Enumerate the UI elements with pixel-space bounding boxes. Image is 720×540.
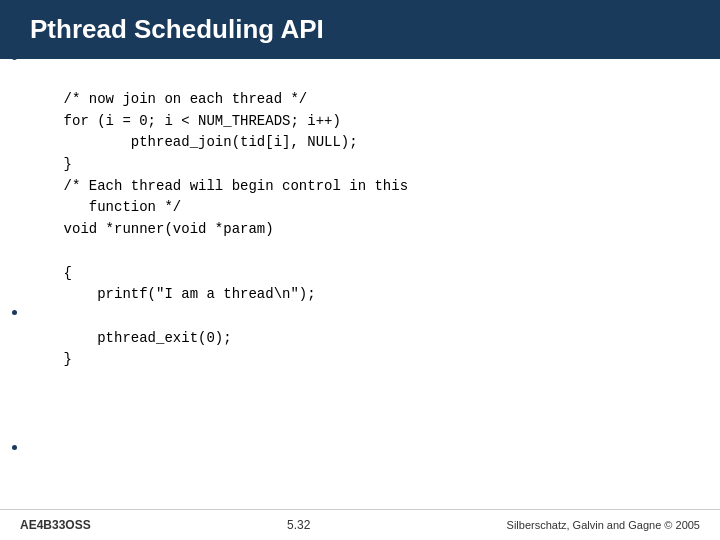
code-block: /* now join on each thread */ for (i = 0… (30, 89, 690, 371)
slide-content: /* now join on each thread */ for (i = 0… (0, 59, 720, 509)
footer-page-number: 5.32 (287, 518, 310, 532)
decorative-dot-3 (12, 445, 17, 450)
slide-title: Pthread Scheduling API (0, 0, 720, 59)
decorative-dot-2 (12, 310, 17, 315)
decorative-dot-1 (12, 55, 17, 60)
footer-copyright: Silberschatz, Galvin and Gagne © 2005 (507, 519, 700, 531)
slide: Pthread Scheduling API /* now join on ea… (0, 0, 720, 540)
slide-footer: AE4B33OSS 5.32 Silberschatz, Galvin and … (0, 509, 720, 540)
footer-left-label: AE4B33OSS (20, 518, 91, 532)
